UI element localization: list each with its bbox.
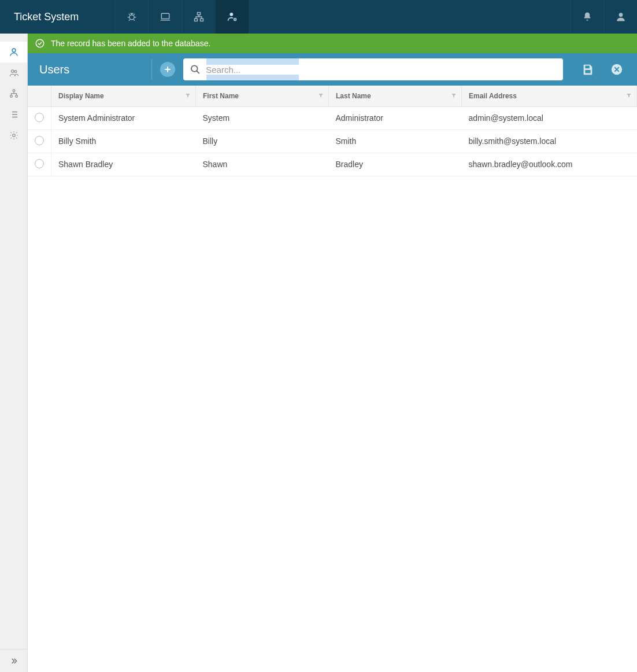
topnav-network[interactable] <box>182 0 215 34</box>
row-radio[interactable] <box>35 113 44 122</box>
page-header: Users <box>28 53 637 86</box>
topnav-bugs[interactable] <box>114 0 148 34</box>
network-icon <box>193 11 205 23</box>
search-box[interactable] <box>183 58 563 80</box>
sidebar-expand-button[interactable] <box>0 649 27 672</box>
svg-rect-4 <box>200 19 203 21</box>
filter-icon[interactable] <box>185 92 191 100</box>
svg-point-14 <box>12 134 15 137</box>
search-icon <box>189 63 201 76</box>
row-radio[interactable] <box>35 159 44 168</box>
svg-point-7 <box>619 13 623 17</box>
filter-icon[interactable] <box>451 92 457 100</box>
sidebar-item-settings[interactable] <box>0 125 27 146</box>
svg-point-5 <box>229 13 233 16</box>
user-icon <box>9 47 19 57</box>
svg-point-10 <box>14 71 17 73</box>
cell-last-name: Administrator <box>329 106 462 130</box>
users-table-wrap: Display Name First Name La <box>28 86 637 672</box>
col-last-name[interactable]: Last Name <box>329 86 462 106</box>
col-first-name-label: First Name <box>203 92 239 100</box>
topbar: Ticket System <box>0 0 637 34</box>
svg-rect-2 <box>197 13 200 15</box>
cell-email: billy.smith@system.local <box>462 130 637 153</box>
svg-point-16 <box>191 65 198 72</box>
row-radio[interactable] <box>35 136 44 145</box>
success-message: The record has been added to the databas… <box>51 39 210 48</box>
save-icon <box>582 63 594 76</box>
user-settings-icon <box>227 11 238 23</box>
filter-icon[interactable] <box>318 92 324 100</box>
row-select-cell <box>28 130 51 153</box>
topnav-right <box>570 0 637 34</box>
users-group-icon <box>9 68 19 78</box>
list-icon <box>9 109 19 120</box>
cell-last-name: Smith <box>329 130 462 153</box>
cell-first-name: Billy <box>196 130 329 153</box>
svg-point-0 <box>129 15 134 20</box>
svg-point-13 <box>15 95 17 98</box>
org-tree-icon <box>9 88 19 99</box>
svg-point-11 <box>13 90 15 92</box>
topnav-user-admin[interactable] <box>215 0 249 34</box>
success-banner: The record has been added to the databas… <box>28 34 637 53</box>
cell-first-name: System <box>196 106 329 130</box>
chevron-double-right-icon <box>9 656 18 666</box>
topnav-devices[interactable] <box>148 0 182 34</box>
row-select-cell <box>28 153 51 176</box>
close-button[interactable] <box>608 61 625 78</box>
table-row[interactable]: System AdministratorSystemAdministratora… <box>28 106 637 130</box>
col-display-name[interactable]: Display Name <box>51 86 196 106</box>
svg-point-6 <box>234 19 235 20</box>
save-button[interactable] <box>579 61 597 78</box>
sidebar-item-groups[interactable] <box>0 62 27 83</box>
plus-icon <box>163 65 172 74</box>
table-row[interactable]: Shawn BradleyShawnBradleyshawn.bradley@o… <box>28 153 637 176</box>
svg-point-15 <box>36 39 44 47</box>
svg-point-8 <box>12 49 16 52</box>
svg-rect-3 <box>194 19 197 21</box>
filter-icon[interactable] <box>626 92 632 100</box>
brand-title: Ticket System <box>0 11 114 23</box>
svg-point-12 <box>10 95 12 98</box>
svg-point-9 <box>11 70 14 73</box>
topnav <box>114 0 249 34</box>
col-email[interactable]: Email Address <box>462 86 637 106</box>
profile-icon <box>615 11 627 23</box>
page-title: Users <box>39 63 143 76</box>
main: The record has been added to the databas… <box>28 34 637 672</box>
sidebar <box>0 34 28 672</box>
cell-email: shawn.bradley@outlook.com <box>462 153 637 176</box>
cell-display-name: Billy Smith <box>51 130 196 153</box>
cell-first-name: Shawn <box>196 153 329 176</box>
cell-display-name: System Administrator <box>51 106 196 130</box>
bell-icon <box>582 11 593 23</box>
add-button[interactable] <box>160 62 175 77</box>
col-display-name-label: Display Name <box>58 92 104 100</box>
col-last-name-label: Last Name <box>336 92 371 100</box>
gear-icon <box>9 130 19 141</box>
svg-rect-1 <box>161 13 169 19</box>
check-circle-icon <box>35 38 45 49</box>
row-select-cell <box>28 106 51 130</box>
table-header-row: Display Name First Name La <box>28 86 637 106</box>
laptop-icon <box>160 11 171 23</box>
search-input[interactable] <box>201 65 557 75</box>
layout: The record has been added to the databas… <box>0 34 637 672</box>
sidebar-item-list[interactable] <box>0 104 27 125</box>
profile-button[interactable] <box>603 0 637 34</box>
sidebar-item-user[interactable] <box>0 42 27 62</box>
col-select <box>28 86 51 106</box>
cell-email: admin@system.local <box>462 106 637 130</box>
col-first-name[interactable]: First Name <box>196 86 329 106</box>
col-email-label: Email Address <box>469 92 517 100</box>
sidebar-item-org[interactable] <box>0 83 27 104</box>
header-actions <box>579 61 625 78</box>
bug-icon <box>126 11 138 23</box>
notifications-button[interactable] <box>570 0 603 34</box>
users-table: Display Name First Name La <box>28 86 637 176</box>
table-row[interactable]: Billy SmithBillySmithbilly.smith@system.… <box>28 130 637 153</box>
cell-last-name: Bradley <box>329 153 462 176</box>
divider <box>151 59 152 80</box>
close-circle-icon <box>610 63 623 76</box>
